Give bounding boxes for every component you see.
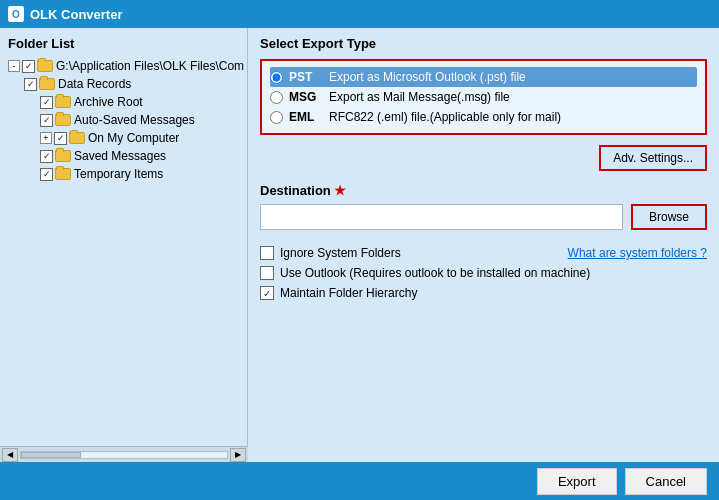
- tree-label-auto-saved: Auto-Saved Messages: [74, 113, 195, 127]
- export-type-eml-row[interactable]: EML RFC822 (.eml) file.(Applicable only …: [270, 107, 697, 127]
- export-button[interactable]: Export: [537, 468, 617, 495]
- folder-list-panel: Folder List - ✓ G:\Application Files\OLK…: [0, 28, 248, 462]
- horizontal-scrollbar[interactable]: ◀ ▶: [0, 446, 248, 462]
- scroll-track[interactable]: [20, 451, 228, 459]
- option-row-maintain-hier: ✓ Maintain Folder Hierarchy: [260, 286, 707, 300]
- folder-icon-root: [37, 60, 53, 72]
- scroll-right-btn[interactable]: ▶: [230, 448, 246, 462]
- radio-eml[interactable]: [270, 111, 283, 124]
- left-scrollbar: ◀ ▶: [0, 446, 248, 462]
- footer: Export Cancel: [0, 462, 719, 500]
- folder-icon-archive-root: [55, 96, 71, 108]
- app-title: OLK Converter: [30, 7, 122, 22]
- browse-button[interactable]: Browse: [631, 204, 707, 230]
- checkbox-archive-root[interactable]: ✓: [40, 96, 53, 109]
- tree-label-data-records: Data Records: [58, 77, 131, 91]
- folder-icon-data-records: [39, 78, 55, 90]
- checkbox-root[interactable]: ✓: [22, 60, 35, 73]
- export-type-header: Select Export Type: [260, 36, 707, 51]
- folder-icon-auto-saved: [55, 114, 71, 126]
- export-key-pst: PST: [289, 70, 329, 84]
- export-type-box: PST Export as Microsoft Outlook (.pst) f…: [260, 59, 707, 135]
- destination-input[interactable]: [260, 204, 623, 230]
- expand-root[interactable]: -: [8, 60, 20, 72]
- app-icon: O: [8, 6, 24, 22]
- checkbox-maintain-hier[interactable]: ✓: [260, 286, 274, 300]
- what-are-system-folders-link[interactable]: What are system folders ?: [568, 246, 707, 260]
- tree-item-data-records[interactable]: ✓ Data Records: [4, 75, 243, 93]
- option-row-use-outlook: Use Outlook (Requires outlook to be inst…: [260, 266, 707, 280]
- option-row-ignore-sys: Ignore System Folders What are system fo…: [260, 246, 707, 260]
- adv-settings-button[interactable]: Adv. Settings...: [599, 145, 707, 171]
- label-ignore-sys: Ignore System Folders: [280, 246, 401, 260]
- destination-row: Browse: [260, 204, 707, 230]
- export-desc-pst: Export as Microsoft Outlook (.pst) file: [329, 70, 526, 84]
- folder-icon-saved-messages: [55, 150, 71, 162]
- radio-msg[interactable]: [270, 91, 283, 104]
- folder-icon-on-my-computer: [69, 132, 85, 144]
- titlebar: O OLK Converter: [0, 0, 719, 28]
- tree-item-temporary-items[interactable]: ✓ Temporary Items: [4, 165, 243, 183]
- tree-item-on-my-computer[interactable]: + ✓ On My Computer: [4, 129, 243, 147]
- export-type-msg-row[interactable]: MSG Export as Mail Message(.msg) file: [270, 87, 697, 107]
- export-desc-msg: Export as Mail Message(.msg) file: [329, 90, 510, 104]
- options-section: Ignore System Folders What are system fo…: [260, 246, 707, 300]
- destination-label: Destination ★: [260, 183, 707, 198]
- option-left-use-outlook: Use Outlook (Requires outlook to be inst…: [260, 266, 590, 280]
- tree-item-auto-saved[interactable]: ✓ Auto-Saved Messages: [4, 111, 243, 129]
- right-panel: Select Export Type PST Export as Microso…: [248, 28, 719, 462]
- tree-item-root[interactable]: - ✓ G:\Application Files\OLK Files\Com: [4, 57, 243, 75]
- checkbox-ignore-sys[interactable]: [260, 246, 274, 260]
- tree-label-saved-messages: Saved Messages: [74, 149, 166, 163]
- folder-icon-temporary-items: [55, 168, 71, 180]
- export-key-msg: MSG: [289, 90, 329, 104]
- scroll-thumb[interactable]: [21, 452, 81, 458]
- tree-item-saved-messages[interactable]: ✓ Saved Messages: [4, 147, 243, 165]
- checkbox-temporary-items[interactable]: ✓: [40, 168, 53, 181]
- tree-label-archive-root: Archive Root: [74, 95, 143, 109]
- radio-pst[interactable]: [270, 71, 283, 84]
- export-type-pst-row[interactable]: PST Export as Microsoft Outlook (.pst) f…: [270, 67, 697, 87]
- option-left-ignore-sys: Ignore System Folders: [260, 246, 401, 260]
- expand-on-my-computer[interactable]: +: [40, 132, 52, 144]
- checkbox-data-records[interactable]: ✓: [24, 78, 37, 91]
- folder-tree: - ✓ G:\Application Files\OLK Files\Com ✓…: [0, 57, 247, 183]
- checkbox-saved-messages[interactable]: ✓: [40, 150, 53, 163]
- tree-label-temporary-items: Temporary Items: [74, 167, 163, 181]
- destination-required: ★: [334, 183, 346, 198]
- tree-label-on-my-computer: On My Computer: [88, 131, 179, 145]
- main-content: Folder List - ✓ G:\Application Files\OLK…: [0, 28, 719, 462]
- export-desc-eml: RFC822 (.eml) file.(Applicable only for …: [329, 110, 561, 124]
- label-maintain-hier: Maintain Folder Hierarchy: [280, 286, 417, 300]
- label-use-outlook: Use Outlook (Requires outlook to be inst…: [280, 266, 590, 280]
- export-key-eml: EML: [289, 110, 329, 124]
- checkbox-use-outlook[interactable]: [260, 266, 274, 280]
- scroll-left-btn[interactable]: ◀: [2, 448, 18, 462]
- tree-item-archive-root[interactable]: ✓ Archive Root: [4, 93, 243, 111]
- option-left-maintain-hier: ✓ Maintain Folder Hierarchy: [260, 286, 417, 300]
- cancel-button[interactable]: Cancel: [625, 468, 707, 495]
- adv-settings-row: Adv. Settings...: [260, 145, 707, 171]
- checkbox-on-my-computer[interactable]: ✓: [54, 132, 67, 145]
- tree-label-root: G:\Application Files\OLK Files\Com: [56, 59, 244, 73]
- checkbox-auto-saved[interactable]: ✓: [40, 114, 53, 127]
- folder-list-header: Folder List: [0, 32, 247, 57]
